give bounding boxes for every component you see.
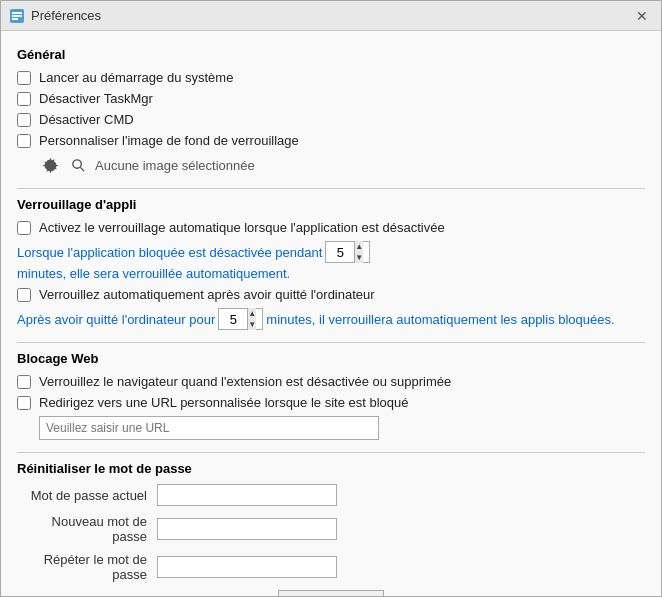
checkbox-disable-cmd[interactable] — [17, 113, 31, 127]
inline-row-1: Lorsque l'application bloquée est désact… — [17, 241, 645, 281]
url-input-container — [39, 416, 379, 440]
checkbox-row-5: Activez le verrouillage automatique lors… — [17, 220, 645, 235]
svg-rect-1 — [12, 12, 22, 14]
image-placeholder-label: Aucune image sélectionnée — [95, 158, 255, 173]
spinner-up-1[interactable]: ▲ — [355, 241, 363, 252]
window-title: Préférences — [31, 8, 631, 23]
window-icon — [9, 8, 25, 24]
inline-row-2: Après avoir quitté l'ordinateur pour ▲ ▼… — [17, 308, 645, 330]
checkbox-label-auto-lock: Activez le verrouillage automatique lors… — [39, 220, 445, 235]
divider-2 — [17, 342, 645, 343]
checkbox-row-2: Désactiver TaskMgr — [17, 91, 645, 106]
checkbox-row-4: Personnaliser l'image de fond de verroui… — [17, 133, 645, 148]
checkbox-customize-wallpaper[interactable] — [17, 134, 31, 148]
inline-text-before-1: Lorsque l'application bloquée est désact… — [17, 245, 322, 260]
checkbox-label-redirect-url: Redirigez vers une URL personnalisée lor… — [39, 395, 409, 410]
reset-password-section: Réinitialiser le mot de passe Mot de pas… — [17, 461, 645, 596]
url-input-field[interactable] — [39, 416, 379, 440]
reset-button-row: Réinitialiser — [17, 590, 645, 596]
repeat-password-row: Répéter le mot de passe — [17, 552, 645, 582]
gear-icon-button[interactable] — [39, 154, 61, 176]
checkbox-label-disable-cmd: Désactiver CMD — [39, 112, 134, 127]
preferences-window: Préférences ✕ Général Lancer au démarrag… — [0, 0, 662, 597]
checkbox-disable-taskmgr[interactable] — [17, 92, 31, 106]
spinner-buttons-1: ▲ ▼ — [354, 241, 363, 263]
new-password-row: Nouveau mot de passe — [17, 514, 645, 544]
checkbox-row-8: Redirigez vers une URL personnalisée lor… — [17, 395, 645, 410]
web-block-section-title: Blocage Web — [17, 351, 645, 366]
checkbox-row-1: Lancer au démarrage du système — [17, 70, 645, 85]
checkbox-label-lock-browser: Verrouillez le navigateur quand l'extens… — [39, 374, 451, 389]
close-button[interactable]: ✕ — [631, 5, 653, 27]
checkbox-label-customize-wallpaper: Personnaliser l'image de fond de verroui… — [39, 133, 299, 148]
current-password-input[interactable] — [157, 484, 337, 506]
content-area: Général Lancer au démarrage du système D… — [1, 31, 661, 596]
spinner-down-2[interactable]: ▼ — [248, 319, 256, 330]
minutes-spinner-1[interactable]: ▲ ▼ — [325, 241, 370, 263]
spinner-up-2[interactable]: ▲ — [248, 308, 256, 319]
search-icon-button[interactable] — [67, 154, 89, 176]
new-password-label: Nouveau mot de passe — [17, 514, 157, 544]
inline-text-after-2: minutes, il verrouillera automatiquement… — [266, 312, 614, 327]
repeat-password-label: Répéter le mot de passe — [17, 552, 157, 582]
svg-line-5 — [80, 167, 84, 171]
inline-text-after-1: minutes, elle sera verrouillée automatiq… — [17, 266, 290, 281]
svg-point-4 — [72, 159, 80, 167]
repeat-password-input[interactable] — [157, 556, 337, 578]
reset-section-title: Réinitialiser le mot de passe — [17, 461, 645, 476]
divider-1 — [17, 188, 645, 189]
checkbox-row-7: Verrouillez le navigateur quand l'extens… — [17, 374, 645, 389]
checkbox-row-6: Verrouillez automatiquement après avoir … — [17, 287, 645, 302]
titlebar: Préférences ✕ — [1, 1, 661, 31]
checkbox-auto-lock[interactable] — [17, 221, 31, 235]
spinner-buttons-2: ▲ ▼ — [247, 308, 256, 330]
checkbox-label-launch-startup: Lancer au démarrage du système — [39, 70, 233, 85]
current-password-label: Mot de passe actuel — [17, 488, 157, 503]
checkbox-label-auto-lock-quit: Verrouillez automatiquement après avoir … — [39, 287, 375, 302]
svg-rect-3 — [12, 18, 18, 20]
divider-3 — [17, 452, 645, 453]
svg-rect-2 — [12, 15, 22, 17]
checkbox-launch-startup[interactable] — [17, 71, 31, 85]
current-password-row: Mot de passe actuel — [17, 484, 645, 506]
checkbox-redirect-url[interactable] — [17, 396, 31, 410]
spinner-down-1[interactable]: ▼ — [355, 252, 363, 263]
general-section-title: Général — [17, 47, 645, 62]
minutes-input-2[interactable] — [219, 309, 247, 329]
inline-text-before-2: Après avoir quitté l'ordinateur pour — [17, 312, 215, 327]
checkbox-auto-lock-quit[interactable] — [17, 288, 31, 302]
checkbox-lock-browser[interactable] — [17, 375, 31, 389]
app-lock-section-title: Verrouillage d'appli — [17, 197, 645, 212]
checkbox-label-disable-taskmgr: Désactiver TaskMgr — [39, 91, 153, 106]
reset-button[interactable]: Réinitialiser — [278, 590, 383, 596]
image-selector-row: Aucune image sélectionnée — [39, 154, 645, 176]
checkbox-row-3: Désactiver CMD — [17, 112, 645, 127]
minutes-spinner-2[interactable]: ▲ ▼ — [218, 308, 263, 330]
minutes-input-1[interactable] — [326, 242, 354, 262]
new-password-input[interactable] — [157, 518, 337, 540]
